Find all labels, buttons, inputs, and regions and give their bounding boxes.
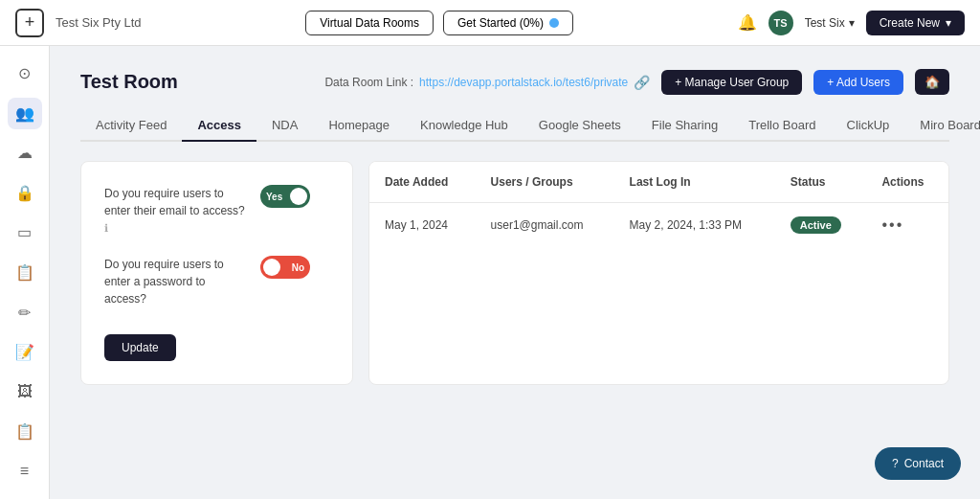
- status-badge: Active: [791, 216, 841, 234]
- contact-icon: ?: [892, 457, 899, 470]
- password-toggle[interactable]: No: [260, 256, 310, 279]
- email-toggle-row: Do you require users to enter their emai…: [104, 185, 329, 237]
- settings-card: Do you require users to enter their emai…: [80, 161, 353, 385]
- sidebar-icon-edit[interactable]: ✏: [8, 296, 42, 329]
- users-table: Date Added Users / Groups Last Log In St…: [369, 162, 948, 247]
- user-avatar: TS: [768, 11, 793, 35]
- sidebar-icon-notes[interactable]: 📝: [8, 336, 42, 369]
- email-toggle-switch: Yes: [260, 185, 329, 208]
- create-new-button[interactable]: Create New ▾: [866, 11, 965, 35]
- password-toggle-knob: [263, 259, 280, 276]
- main-content: Test Room Data Room Link : https://devap…: [50, 46, 980, 499]
- user-name[interactable]: Test Six ▾: [805, 16, 855, 30]
- update-button[interactable]: Update: [104, 334, 176, 361]
- password-toggle-label-no: No: [292, 262, 304, 273]
- email-toggle-label-yes: Yes: [266, 192, 282, 202]
- header-actions: Data Room Link : https://devapp.portalst…: [324, 69, 949, 95]
- tab-homepage[interactable]: Homepage: [313, 110, 405, 142]
- sidebar-icon-reports[interactable]: 📋: [8, 257, 42, 289]
- vdr-button[interactable]: Virtual Data Rooms: [305, 11, 434, 35]
- password-toggle-row: Do you require users to enter a password…: [104, 256, 329, 307]
- page-header: Test Room Data Room Link : https://devap…: [80, 69, 949, 95]
- get-started-button[interactable]: Get Started (0%): [443, 11, 573, 35]
- page-title: Test Room: [80, 71, 178, 93]
- cell-actions[interactable]: •••: [866, 203, 948, 248]
- sidebar-icon-layout[interactable]: ▭: [8, 216, 42, 249]
- col-last-login: Last Log In: [614, 162, 775, 203]
- bell-icon[interactable]: 🔔: [738, 13, 757, 32]
- cell-last-login: May 2, 2024, 1:33 PM: [614, 203, 775, 248]
- navbar-right: 🔔 TS Test Six ▾ Create New ▾: [738, 11, 965, 35]
- manage-user-group-button[interactable]: + Manage User Group: [661, 70, 802, 95]
- tab-google-sheets[interactable]: Google Sheets: [523, 110, 636, 142]
- password-toggle-switch: No: [260, 256, 329, 279]
- cell-user: user1@gmail.com: [476, 203, 614, 248]
- sidebar-icon-menu[interactable]: ≡: [8, 455, 42, 488]
- data-room-link: Data Room Link : https://devapp.portalst…: [324, 75, 650, 90]
- tab-knowledge-hub[interactable]: Knowledge Hub: [405, 110, 523, 142]
- navbar-center: Virtual Data Rooms Get Started (0%): [305, 11, 573, 35]
- tab-access[interactable]: Access: [182, 110, 256, 142]
- link-copy-icon[interactable]: 🔗: [634, 75, 650, 90]
- email-toggle-label: Do you require users to enter their emai…: [104, 185, 249, 237]
- col-date-added: Date Added: [369, 162, 476, 203]
- add-button[interactable]: +: [15, 9, 44, 37]
- table-header-row: Date Added Users / Groups Last Log In St…: [369, 162, 948, 203]
- home-button[interactable]: 🏠: [915, 69, 949, 95]
- password-toggle-label: Do you require users to enter a password…: [104, 256, 249, 307]
- actions-menu-icon[interactable]: •••: [881, 216, 903, 233]
- sidebar-icon-users[interactable]: 👥: [8, 98, 42, 130]
- sidebar-icon-lock[interactable]: 🔒: [8, 177, 42, 210]
- col-status: Status: [775, 162, 867, 203]
- email-info-icon[interactable]: ℹ: [104, 222, 108, 234]
- cell-date-added: May 1, 2024: [369, 203, 476, 248]
- company-name: Test Six Pty Ltd: [56, 15, 142, 30]
- tab-miro-board[interactable]: Miro Board: [904, 110, 980, 142]
- tab-clickup[interactable]: ClickUp: [832, 110, 905, 142]
- email-toggle[interactable]: Yes: [260, 185, 310, 208]
- sidebar-icon-image[interactable]: 🖼: [8, 375, 42, 408]
- sidebar-icon-cloud[interactable]: ☁: [8, 137, 42, 170]
- sidebar-icon-dashboard[interactable]: ⊙: [8, 57, 42, 90]
- navbar-left: + Test Six Pty Ltd: [15, 9, 142, 37]
- tab-nda[interactable]: NDA: [256, 110, 313, 142]
- add-users-button[interactable]: + Add Users: [813, 70, 903, 95]
- users-table-card: Date Added Users / Groups Last Log In St…: [368, 161, 949, 385]
- table-row: May 1, 2024 user1@gmail.com May 2, 2024,…: [369, 203, 948, 248]
- cell-status: Active: [775, 203, 867, 248]
- progress-dot: [549, 18, 559, 28]
- sidebar-icon-clipboard[interactable]: 📋: [8, 416, 42, 448]
- tab-file-sharing[interactable]: File Sharing: [636, 110, 733, 142]
- tab-activity-feed[interactable]: Activity Feed: [80, 110, 182, 142]
- contact-label: Contact: [904, 457, 944, 470]
- get-started-label: Get Started (0%): [457, 16, 544, 30]
- content-area: Do you require users to enter their emai…: [80, 161, 949, 385]
- email-toggle-knob: [290, 188, 307, 205]
- navbar: + Test Six Pty Ltd Virtual Data Rooms Ge…: [0, 0, 980, 46]
- sidebar: ⊙ 👥 ☁ 🔒 ▭ 📋 ✏ 📝 🖼 📋 ≡: [0, 46, 50, 499]
- tab-trello-board[interactable]: Trello Board: [733, 110, 831, 142]
- tabs: Activity Feed Access NDA Homepage Knowle…: [80, 110, 949, 142]
- data-room-url[interactable]: https://devapp.portalstack.io/test6/priv…: [419, 76, 628, 89]
- contact-button[interactable]: ? Contact: [875, 447, 961, 480]
- col-users-groups: Users / Groups: [476, 162, 614, 203]
- col-actions: Actions: [866, 162, 948, 203]
